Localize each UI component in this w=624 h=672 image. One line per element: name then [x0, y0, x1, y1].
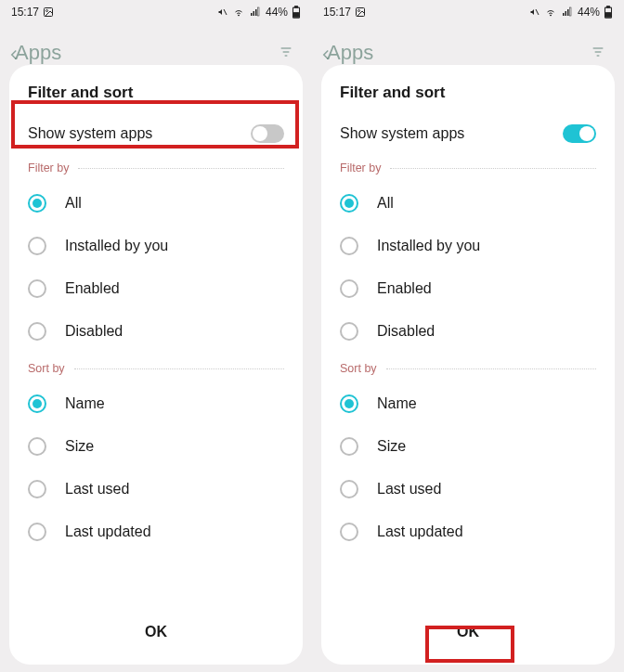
image-icon [43, 6, 54, 18]
radio-icon [28, 480, 46, 498]
sort-option-last-used[interactable]: Last used [9, 468, 303, 510]
status-battery-text: 44% [578, 6, 600, 19]
filter-option-enabled[interactable]: Enabled [321, 267, 615, 310]
toggle-label: Show system apps [28, 125, 152, 142]
radio-icon [28, 322, 46, 341]
sort-option-name[interactable]: Name [321, 382, 615, 425]
filter-sort-modal: Filter and sort Show system apps Filter … [9, 65, 303, 665]
svg-rect-9 [295, 6, 298, 7]
show-system-apps-row[interactable]: Show system apps [9, 117, 303, 152]
svg-rect-19 [565, 11, 566, 16]
filter-option-installed-by-you[interactable]: Installed by you [9, 225, 303, 267]
show-system-apps-row[interactable]: Show system apps [321, 117, 615, 152]
radio-icon [28, 194, 46, 213]
battery-icon [292, 6, 301, 19]
filter-option-disabled[interactable]: Disabled [9, 310, 303, 353]
mute-icon [217, 6, 228, 18]
status-time: 15:17 [323, 6, 351, 19]
sort-by-header: Sort by [321, 353, 615, 382]
page-title: Apps [327, 41, 373, 65]
radio-icon [340, 279, 358, 298]
svg-line-16 [536, 9, 539, 15]
sort-option-size[interactable]: Size [9, 425, 303, 468]
sort-option-last-updated[interactable]: Last updated [9, 510, 303, 553]
svg-rect-24 [606, 13, 611, 18]
status-battery-text: 44% [266, 6, 288, 19]
svg-point-17 [550, 15, 551, 16]
radio-icon [340, 237, 358, 255]
svg-point-3 [238, 15, 239, 16]
filter-option-disabled[interactable]: Disabled [321, 310, 615, 353]
svg-rect-20 [567, 9, 569, 16]
radio-icon [28, 437, 46, 456]
svg-rect-18 [563, 13, 565, 16]
radio-icon [340, 394, 358, 413]
signal-icon [249, 6, 262, 18]
status-bar: 15:17 44% [0, 0, 312, 24]
battery-icon [604, 6, 613, 19]
radio-icon [28, 237, 46, 255]
sort-option-size[interactable]: Size [321, 425, 615, 468]
radio-icon [340, 322, 358, 341]
svg-rect-21 [569, 7, 571, 16]
filter-option-installed-by-you[interactable]: Installed by you [321, 225, 615, 267]
svg-point-1 [46, 10, 48, 12]
filter-option-enabled[interactable]: Enabled [9, 267, 303, 310]
signal-icon [561, 6, 574, 18]
radio-icon [340, 194, 358, 213]
image-icon [355, 6, 366, 18]
sort-option-name[interactable]: Name [9, 382, 303, 425]
svg-rect-7 [257, 7, 259, 16]
radio-icon [340, 523, 358, 541]
filter-by-header: Filter by [9, 152, 303, 182]
sort-option-last-updated[interactable]: Last updated [321, 510, 615, 553]
show-system-apps-toggle[interactable] [563, 124, 596, 143]
sort-option-last-used[interactable]: Last used [321, 468, 615, 510]
filter-option-all[interactable]: All [9, 182, 303, 225]
wifi-icon [232, 6, 245, 18]
filter-sort-modal: Filter and sort Show system apps Filter … [321, 65, 615, 665]
svg-point-15 [358, 10, 360, 12]
svg-rect-4 [251, 13, 253, 16]
radio-icon [28, 394, 46, 413]
toggle-label: Show system apps [340, 125, 464, 142]
radio-icon [28, 523, 46, 541]
mute-icon [529, 6, 540, 18]
modal-title: Filter and sort [321, 84, 615, 117]
ok-button[interactable]: OK [111, 618, 201, 646]
modal-title: Filter and sort [9, 84, 303, 117]
svg-rect-5 [253, 11, 254, 16]
status-time: 15:17 [11, 6, 39, 19]
sort-by-header: Sort by [9, 353, 303, 382]
svg-rect-6 [255, 9, 257, 16]
radio-icon [340, 437, 358, 456]
phone-left: 15:17 44% Apps Filter and sort Show syst… [0, 0, 312, 672]
filter-icon[interactable] [277, 45, 295, 59]
svg-rect-10 [294, 13, 299, 18]
phone-right: 15:17 44% Apps Filter and sort Show syst… [312, 0, 624, 672]
filter-option-all[interactable]: All [321, 182, 615, 225]
status-bar: 15:17 44% [312, 0, 624, 24]
page-title: Apps [15, 41, 61, 65]
filter-by-header: Filter by [321, 152, 615, 182]
svg-rect-23 [607, 6, 610, 7]
ok-button[interactable]: OK [423, 618, 513, 646]
wifi-icon [544, 6, 557, 18]
radio-icon [28, 279, 46, 298]
radio-icon [340, 480, 358, 498]
svg-line-2 [224, 9, 227, 15]
filter-icon[interactable] [589, 45, 607, 59]
show-system-apps-toggle[interactable] [251, 124, 284, 143]
